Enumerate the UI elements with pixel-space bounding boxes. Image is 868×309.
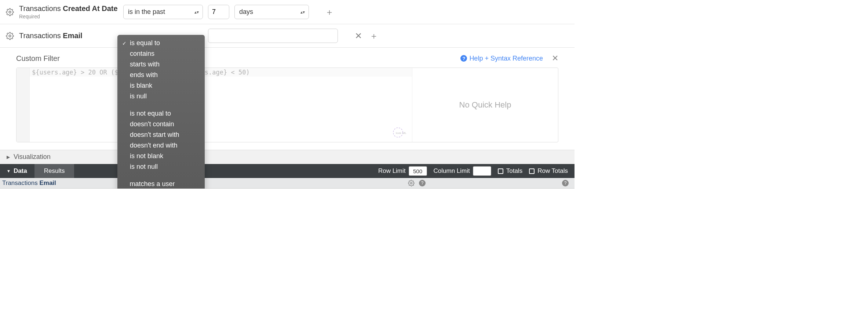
dropdown-item-label: doesn't contain xyxy=(130,120,174,128)
row-totals-control[interactable]: Row Totals xyxy=(529,167,568,175)
dropdown-item-label: doesn't end with xyxy=(130,142,178,149)
plus-icon[interactable]: ＋ xyxy=(369,32,378,40)
totals-label: Totals xyxy=(506,167,522,175)
column-header-bold: Email xyxy=(39,179,56,186)
checkbox-icon[interactable] xyxy=(529,168,535,174)
row-limit-control: Row Limit xyxy=(378,166,427,176)
chevron-down-icon[interactable]: ▼ xyxy=(7,169,11,173)
dropdown-item[interactable]: doesn't end with xyxy=(117,140,205,151)
filter-row-email: Transactions Email ✕ ＋ xyxy=(0,24,575,48)
dropdown-item[interactable]: is not null xyxy=(117,161,205,172)
dropdown-item-label: is equal to xyxy=(130,39,160,47)
svg-point-0 xyxy=(9,11,11,13)
results-tab-label: Results xyxy=(44,167,65,175)
filter-text-input[interactable] xyxy=(208,29,338,43)
row-limit-label: Row Limit xyxy=(378,167,406,175)
filter-required-label: Required xyxy=(19,14,118,19)
custom-filter-body: ${users.age} > 20 OR (${ ${users.age} < … xyxy=(16,68,558,142)
help-syntax-link[interactable]: ? Help + Syntax Reference xyxy=(460,55,543,62)
dropdown-item-label: starts with xyxy=(130,61,160,68)
editor-gutter xyxy=(17,68,30,142)
custom-filter-editor[interactable]: ${users.age} > 20 OR (${ ${users.age} < … xyxy=(17,68,412,142)
column-header-2: ? xyxy=(429,180,572,186)
custom-filter-title: Custom Filter xyxy=(16,54,60,63)
close-icon[interactable]: ✕ xyxy=(354,32,363,40)
dropdown-item[interactable]: doesn't contain xyxy=(117,119,205,130)
dropdown-item[interactable]: ends with xyxy=(117,70,205,80)
column-limit-label: Column Limit xyxy=(434,167,470,175)
data-bar: ▼ Data Results Row Limit Column Limit To… xyxy=(0,164,575,178)
column-header-actions: ? xyxy=(275,180,429,186)
dropdown-item[interactable]: ✓is equal to xyxy=(117,38,205,48)
dropdown-item[interactable]: is not blank xyxy=(117,151,205,161)
dropdown-item-label: contains xyxy=(130,50,154,58)
operator-select-created-at[interactable]: is in the past ▴▾ xyxy=(123,5,203,19)
help-icon[interactable]: ? xyxy=(562,180,569,186)
visualization-label: Visualization xyxy=(14,153,51,161)
row-limit-input[interactable] xyxy=(409,166,427,176)
totals-control[interactable]: Totals xyxy=(498,167,522,175)
dropdown-item[interactable]: is blank xyxy=(117,80,205,91)
chevron-right-icon: ▶ xyxy=(7,154,10,160)
dropdown-item[interactable]: doesn't start with xyxy=(117,130,205,140)
dropdown-item-label: is null xyxy=(130,92,147,100)
table-header-row: Transactions Email ? ? xyxy=(0,178,575,189)
gear-icon[interactable] xyxy=(6,32,14,40)
operator-value: is in the past xyxy=(128,8,165,16)
filter-value-input[interactable] xyxy=(208,5,229,19)
row-totals-label: Row Totals xyxy=(537,167,568,175)
dropdown-item[interactable]: starts with xyxy=(117,59,205,70)
dropdown-item[interactable]: is null xyxy=(117,91,205,102)
dropdown-item-label: is not equal to xyxy=(130,110,171,117)
column-header-prefix: Transactions xyxy=(2,179,39,186)
visualization-bar[interactable]: ▶ Visualization xyxy=(0,150,575,164)
dropdown-item-label: is blank xyxy=(130,82,152,90)
unit-select[interactable]: days ▴▾ xyxy=(234,5,309,19)
column-limit-control: Column Limit xyxy=(434,166,491,176)
dropdown-item-label: ends with xyxy=(130,71,158,79)
plus-icon[interactable]: ＋ xyxy=(325,8,334,17)
dropdown-item[interactable]: contains xyxy=(117,48,205,59)
filter-label-prefix: Transactions xyxy=(19,4,63,12)
gear-icon[interactable] xyxy=(6,8,14,16)
svg-text:look: look xyxy=(396,131,402,135)
help-icon: ? xyxy=(460,55,467,62)
filter-label-bold: Created At Date xyxy=(63,4,117,12)
quick-help-panel: No Quick Help xyxy=(412,68,558,142)
filter-label-bold: Email xyxy=(63,32,82,40)
gear-icon[interactable] xyxy=(408,180,415,186)
dropdown-item[interactable]: is not equal to xyxy=(117,108,205,119)
svg-text:ML: ML xyxy=(402,131,407,135)
chevron-updown-icon: ▴▾ xyxy=(300,10,305,14)
filter-label-email: Transactions Email xyxy=(19,32,118,40)
help-icon[interactable]: ? xyxy=(419,180,426,186)
svg-point-1 xyxy=(9,35,11,37)
filter-label-prefix: Transactions xyxy=(19,32,63,40)
checkbox-icon[interactable] xyxy=(498,168,503,174)
editor-code-content: ${users.age} > 20 OR (${ ${users.age} < … xyxy=(30,68,412,77)
chevron-updown-icon: ▴▾ xyxy=(194,10,199,14)
operator-dropdown[interactable]: ✓is equal tocontainsstarts withends with… xyxy=(117,35,205,189)
unit-value: days xyxy=(239,8,253,16)
check-icon: ✓ xyxy=(121,40,128,46)
help-link-text: Help + Syntax Reference xyxy=(469,55,543,62)
column-limit-input[interactable] xyxy=(473,166,491,176)
filter-row-created-at: Transactions Created At Date Required is… xyxy=(0,0,575,24)
results-tab[interactable]: Results xyxy=(34,164,74,178)
filter-label-created-at: Transactions Created At Date Required xyxy=(19,4,118,19)
dropdown-item-label: is not blank xyxy=(130,152,163,160)
close-icon[interactable]: ✕ xyxy=(552,54,558,63)
dropdown-item-label: is not null xyxy=(130,163,158,171)
editor-code-area[interactable]: ${users.age} > 20 OR (${ ${users.age} < … xyxy=(30,68,412,142)
data-label[interactable]: Data xyxy=(14,167,27,175)
svg-point-5 xyxy=(411,182,412,184)
lookml-logo: lookML xyxy=(392,127,408,138)
dropdown-item[interactable]: matches a user attribute xyxy=(117,179,205,189)
quick-help-text: No Quick Help xyxy=(459,100,511,110)
dropdown-item-label: matches a user attribute xyxy=(130,180,198,189)
custom-filter-section: Custom Filter ? Help + Syntax Reference … xyxy=(0,48,575,150)
dropdown-item-label: doesn't start with xyxy=(130,131,179,139)
